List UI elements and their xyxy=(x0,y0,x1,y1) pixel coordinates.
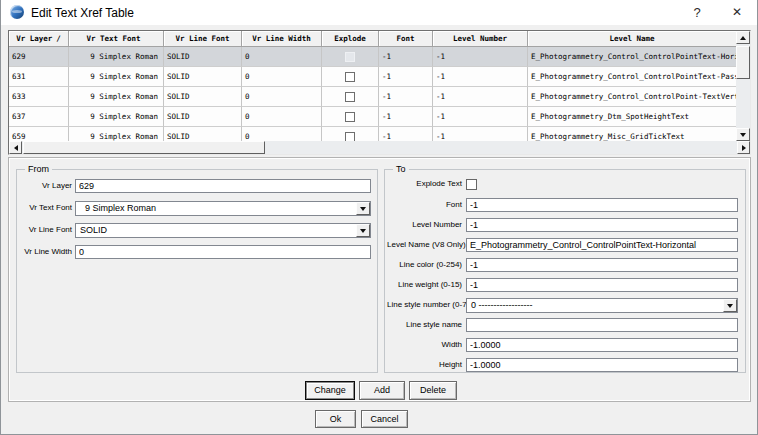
explode-checkbox[interactable] xyxy=(345,132,355,142)
chevron-down-icon xyxy=(360,207,366,211)
vr-layer-label: Vr Layer xyxy=(19,179,72,193)
up-arrow-icon xyxy=(740,36,746,40)
level-name-input[interactable] xyxy=(466,238,738,252)
vertical-scroll-thumb[interactable] xyxy=(736,46,750,79)
table-row[interactable]: 659 9 Simplex Roman SOLID 0 -1 -1 E_Phot… xyxy=(9,127,736,141)
line-color-label: Line color (0-254) xyxy=(387,258,462,272)
font-input[interactable] xyxy=(466,198,738,212)
line-style-name-label: Line style name xyxy=(387,318,462,332)
table-body: 629 9 Simplex Roman SOLID 0 -1 -1 E_Phot… xyxy=(9,47,736,141)
to-group: To Explode Text Font Level Number Level … xyxy=(384,169,746,373)
change-button[interactable]: Change xyxy=(305,381,355,400)
chevron-down-icon xyxy=(360,229,366,233)
table-row[interactable]: 633 9 Simplex Roman SOLID 0 -1 -1 E_Phot… xyxy=(9,87,736,107)
column-header-vr-line-font[interactable]: Vr Line Font xyxy=(164,31,242,47)
add-button[interactable]: Add xyxy=(359,381,405,400)
edit-panel: From Vr Layer Vr Text Font 9 Simplex Rom… xyxy=(8,157,751,402)
ok-button[interactable]: Ok xyxy=(315,410,356,428)
width-input[interactable] xyxy=(466,338,738,352)
height-label: Height xyxy=(387,358,462,372)
from-group: From Vr Layer Vr Text Font 9 Simplex Rom… xyxy=(16,169,378,373)
table-row[interactable]: 629 9 Simplex Roman SOLID 0 -1 -1 E_Phot… xyxy=(9,47,736,67)
table-header: Vr Layer / Vr Text Font Vr Line Font Vr … xyxy=(9,31,736,47)
vr-line-width-label: Vr Line Width xyxy=(19,245,72,259)
level-number-label: Level Number xyxy=(387,218,462,232)
explode-checkbox[interactable] xyxy=(345,112,355,122)
explode-text-label: Explode Text xyxy=(387,178,462,190)
close-button[interactable]: ✕ xyxy=(725,2,749,23)
line-style-name-input[interactable] xyxy=(466,318,738,332)
explode-checkbox[interactable] xyxy=(345,92,355,102)
left-arrow-icon xyxy=(14,145,18,151)
explode-checkbox[interactable] xyxy=(345,52,355,62)
right-arrow-icon xyxy=(742,145,746,151)
xref-table: Vr Layer / Vr Text Font Vr Line Font Vr … xyxy=(8,30,751,155)
column-header-level-name[interactable]: Level Name xyxy=(528,31,736,47)
vr-line-width-input[interactable] xyxy=(75,245,371,259)
vr-line-font-dropdown[interactable]: SOLID xyxy=(75,223,371,238)
explode-checkbox[interactable] xyxy=(345,72,355,82)
column-header-vr-text-font[interactable]: Vr Text Font xyxy=(69,31,164,47)
globe-icon xyxy=(10,5,24,19)
vr-text-font-label: Vr Text Font xyxy=(19,201,72,215)
table-row[interactable]: 637 9 Simplex Roman SOLID 0 -1 -1 E_Phot… xyxy=(9,107,736,127)
font-label: Font xyxy=(387,198,462,212)
height-input[interactable] xyxy=(466,358,738,372)
edit-text-xref-table-dialog: { "window": { "title": "Edit Text Xref T… xyxy=(0,0,758,435)
line-color-input[interactable] xyxy=(466,258,738,272)
column-header-font[interactable]: Font xyxy=(379,31,433,47)
horizontal-scrollbar[interactable] xyxy=(9,141,750,154)
line-weight-label: Line weight (0-15) xyxy=(387,278,462,292)
scroll-down-button[interactable] xyxy=(736,128,750,141)
column-header-vr-layer[interactable]: Vr Layer / xyxy=(9,31,69,47)
column-header-explode[interactable]: Explode xyxy=(322,31,379,47)
sort-ascending-icon: / xyxy=(56,34,61,43)
cancel-button[interactable]: Cancel xyxy=(361,410,408,428)
level-name-label: Level Name (V8 Only) xyxy=(387,238,462,252)
scroll-left-button[interactable] xyxy=(9,141,22,154)
help-button[interactable]: ? xyxy=(685,2,709,23)
from-group-legend: From xyxy=(25,164,52,175)
vertical-scrollbar[interactable] xyxy=(736,31,750,141)
title-bar: Edit Text Xref Table ? ✕ xyxy=(1,0,757,25)
scroll-up-button[interactable] xyxy=(736,31,750,44)
scroll-right-button[interactable] xyxy=(737,141,750,154)
line-weight-input[interactable] xyxy=(466,278,738,292)
explode-text-checkbox[interactable] xyxy=(466,179,477,190)
line-style-number-label: Line style number (0-7) xyxy=(387,298,462,312)
horizontal-scroll-thumb[interactable] xyxy=(23,141,265,154)
chevron-down-icon xyxy=(727,304,733,308)
column-header-vr-line-width[interactable]: Vr Line Width xyxy=(242,31,322,47)
vr-layer-input[interactable] xyxy=(75,179,371,193)
table-row[interactable]: 631 9 Simplex Roman SOLID 0 -1 -1 E_Phot… xyxy=(9,67,736,87)
vr-line-font-label: Vr Line Font xyxy=(19,223,72,237)
vr-text-font-dropdown[interactable]: 9 Simplex Roman xyxy=(75,201,371,216)
line-style-number-dropdown[interactable]: 0 ------------------ xyxy=(466,298,738,313)
column-header-level-number[interactable]: Level Number xyxy=(433,31,528,47)
width-label: Width xyxy=(387,338,462,352)
level-number-input[interactable] xyxy=(466,218,738,232)
down-arrow-icon xyxy=(740,133,746,137)
window-title: Edit Text Xref Table xyxy=(31,6,134,20)
to-group-legend: To xyxy=(393,164,409,175)
delete-button[interactable]: Delete xyxy=(409,381,457,400)
